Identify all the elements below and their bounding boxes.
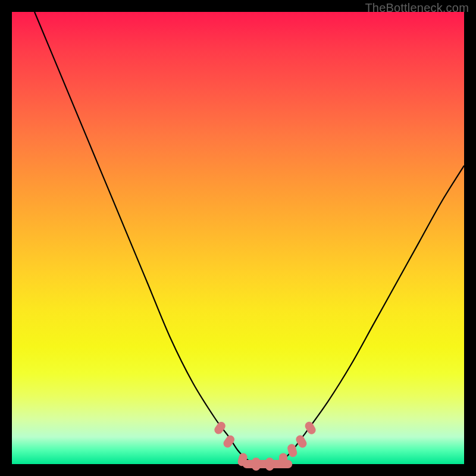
watermark-text: TheBottleneck.com bbox=[365, 1, 469, 15]
highlight-marker bbox=[252, 458, 260, 471]
plot-area bbox=[12, 12, 464, 464]
marker-group bbox=[213, 420, 318, 471]
chart-frame: TheBottleneck.com bbox=[0, 0, 476, 476]
highlight-marker bbox=[222, 434, 236, 449]
highlight-marker bbox=[295, 434, 308, 449]
bottleneck-curve-path bbox=[35, 12, 464, 465]
highlight-marker bbox=[279, 453, 287, 466]
highlight-marker bbox=[265, 458, 274, 471]
curve-layer bbox=[12, 12, 464, 464]
highlight-marker bbox=[213, 420, 227, 436]
